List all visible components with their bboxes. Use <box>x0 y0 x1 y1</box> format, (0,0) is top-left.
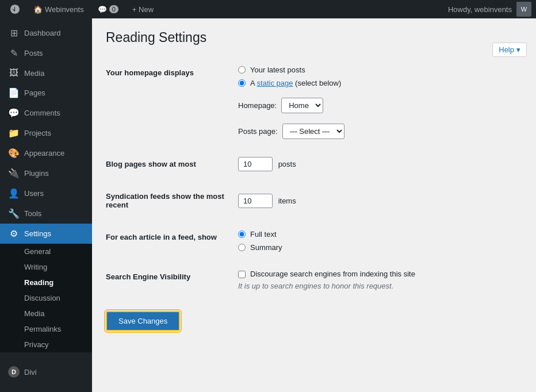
site-icon: 🏠 <box>33 5 43 14</box>
sidebar-label-users: Users <box>24 189 44 198</box>
blog-pages-label: Blog pages show at most <box>106 148 232 180</box>
search-engine-description: It is up to search engines to honor this… <box>238 282 516 290</box>
sidebar-label-settings: Settings <box>24 229 51 238</box>
homepage-select[interactable]: Home <box>281 98 323 113</box>
sidebar-label-comments: Comments <box>24 109 60 117</box>
submenu-writing[interactable]: Writing <box>0 259 92 275</box>
new-content-link[interactable]: + New <box>127 0 159 18</box>
blog-pages-field: 10 posts <box>232 148 522 180</box>
comments-icon: 💬 <box>98 5 107 14</box>
new-label: + New <box>132 5 154 14</box>
full-text-radio[interactable] <box>238 230 246 238</box>
latest-posts-radio[interactable] <box>238 66 246 74</box>
summary-option: Summary <box>238 243 516 252</box>
feed-show-row: For each article in a feed, show Full te… <box>106 221 522 261</box>
comments-link[interactable]: 💬 0 <box>92 0 124 18</box>
sidebar-item-users[interactable]: 👤 Users <box>0 183 92 203</box>
submenu-discussion[interactable]: Discussion <box>0 290 92 306</box>
latest-posts-label[interactable]: Your latest posts <box>250 66 305 74</box>
submenu-media[interactable]: Media <box>0 306 92 321</box>
homepage-select-row: Homepage: Home <box>238 98 516 113</box>
static-page-option: A static page (select below) <box>238 79 516 87</box>
feed-show-field: Full text Summary <box>232 221 522 261</box>
syndication-input[interactable]: 10 <box>238 194 273 208</box>
blog-pages-suffix: posts <box>278 160 296 168</box>
submenu-privacy[interactable]: Privacy <box>0 337 92 352</box>
sidebar-item-projects[interactable]: 📁 Projects <box>0 123 92 143</box>
sidebar-label-pages: Pages <box>24 89 45 97</box>
sidebar-item-posts[interactable]: ✎ Posts <box>0 43 92 63</box>
search-engine-field: Discourage search engines from indexing … <box>232 261 522 299</box>
submenu-general[interactable]: General <box>0 244 92 259</box>
tools-icon: 🔧 <box>8 208 20 219</box>
submenu-permalinks[interactable]: Permalinks <box>0 321 92 337</box>
submenu-reading[interactable]: Reading <box>0 275 92 290</box>
sidebar-item-comments[interactable]: 💬 Comments <box>0 103 92 123</box>
sidebar-label-plugins: Plugins <box>24 169 49 178</box>
users-icon: 👤 <box>8 188 20 199</box>
posts-page-select[interactable]: — Select — <box>282 124 344 139</box>
search-engine-checkbox-row: Discourage search engines from indexing … <box>238 270 516 278</box>
settings-icon: ⚙ <box>8 228 20 239</box>
summary-radio[interactable] <box>238 244 246 251</box>
sidebar-item-pages[interactable]: 📄 Pages <box>0 83 92 103</box>
wp-logo[interactable] <box>5 3 25 15</box>
syndication-field: 10 items <box>232 180 522 221</box>
summary-label[interactable]: Summary <box>250 243 282 252</box>
help-button[interactable]: Help ▾ <box>492 43 527 57</box>
projects-icon: 📁 <box>8 128 20 139</box>
sidebar-item-plugins[interactable]: 🔌 Plugins <box>0 163 92 183</box>
posts-icon: ✎ <box>8 48 20 59</box>
avatar[interactable]: W <box>516 2 531 17</box>
adminbar-right: Howdy, webinvents W <box>448 2 531 17</box>
settings-submenu: General Writing Reading Discussion Media… <box>0 244 92 352</box>
settings-table: Your homepage displays Your latest posts <box>106 57 522 299</box>
static-page-label: A static page (select below) <box>250 79 341 87</box>
syndication-row: Syndication feeds show the most recent 1… <box>106 180 522 221</box>
sidebar-item-tools[interactable]: 🔧 Tools <box>0 203 92 224</box>
dashboard-icon: ⊞ <box>8 28 20 39</box>
search-engine-label: Search Engine Visibility <box>106 261 232 299</box>
sidebar-item-settings[interactable]: ⚙ Settings <box>0 224 92 244</box>
sidebar-label-media: Media <box>24 69 44 78</box>
homepage-displays-label: Your homepage displays <box>106 57 232 148</box>
divi-icon: D <box>8 366 20 378</box>
plugins-icon: 🔌 <box>8 168 20 179</box>
admin-bar: 🏠 Webinvents 💬 0 + New Howdy, webinvents… <box>0 0 536 18</box>
site-name-label: Webinvents <box>45 5 84 14</box>
page-title: Reading Settings <box>106 30 522 45</box>
search-engine-checkbox-label[interactable]: Discourage search engines from indexing … <box>250 270 415 278</box>
search-engine-row: Search Engine Visibility Discourage sear… <box>106 261 522 299</box>
site-name-link[interactable]: 🏠 Webinvents <box>28 0 90 18</box>
help-label: Help <box>499 45 514 54</box>
homepage-displays-row: Your homepage displays Your latest posts <box>106 57 522 148</box>
full-text-option: Full text <box>238 230 516 239</box>
media-icon: 🖼 <box>8 68 20 78</box>
sidebar-label-posts: Posts <box>24 49 43 57</box>
feed-show-label: For each article in a feed, show <box>106 221 232 261</box>
sidebar-item-media[interactable]: 🖼 Media <box>0 63 92 83</box>
static-page-radio[interactable] <box>238 79 246 87</box>
main-wrapper: Help ▾ Reading Settings Your homepage di… <box>92 18 536 392</box>
admin-menu: ⊞ Dashboard ✎ Posts 🖼 Media 📄 Pages 💬 Co… <box>0 18 92 392</box>
latest-posts-option: Your latest posts <box>238 66 516 74</box>
syndication-suffix: items <box>278 197 296 205</box>
form-actions: Save Changes <box>106 311 522 331</box>
static-page-link[interactable]: static page <box>257 79 293 87</box>
full-text-label[interactable]: Full text <box>250 230 277 239</box>
blog-pages-input[interactable]: 10 <box>238 157 273 171</box>
sidebar-label-dashboard: Dashboard <box>24 29 61 37</box>
search-engine-checkbox[interactable] <box>238 271 246 278</box>
syndication-label: Syndication feeds show the most recent <box>106 180 232 221</box>
feed-show-radio-group: Full text Summary <box>238 230 516 252</box>
comments-icon: 💬 <box>8 107 20 118</box>
appearance-icon: 🎨 <box>8 148 20 159</box>
sidebar-label-appearance: Appearance <box>24 149 64 157</box>
sidebar-item-divi[interactable]: D Divi <box>0 362 92 382</box>
sidebar-item-appearance[interactable]: 🎨 Appearance <box>0 143 92 163</box>
comments-count: 0 <box>109 5 118 13</box>
homepage-displays-field: Your latest posts A static page (select … <box>232 57 522 148</box>
save-changes-button[interactable]: Save Changes <box>106 311 180 331</box>
pages-icon: 📄 <box>8 87 20 98</box>
sidebar-item-dashboard[interactable]: ⊞ Dashboard <box>0 23 92 43</box>
